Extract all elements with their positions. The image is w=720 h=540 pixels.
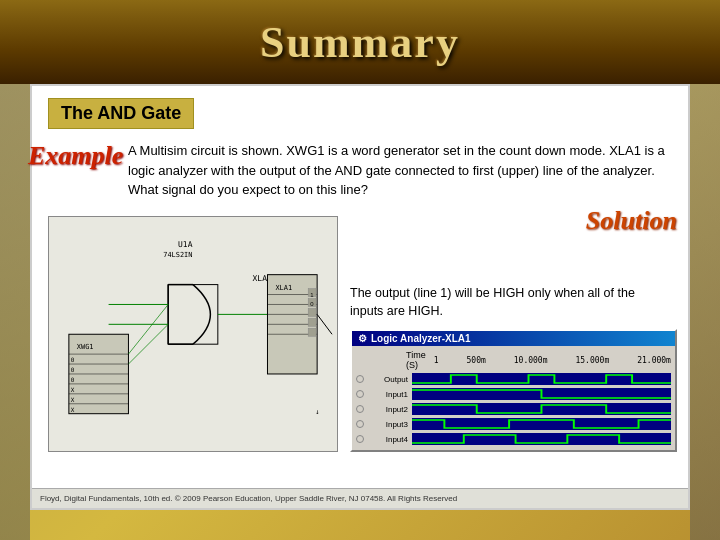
la-waveform-input2	[412, 403, 671, 415]
svg-text:74LS2IN: 74LS2IN	[163, 250, 192, 258]
page-wrapper: Summary The AND Gate Example A Multisim …	[0, 0, 720, 540]
svg-text:X: X	[71, 385, 75, 392]
footer-text: Floyd, Digital Fundamentals, 10th ed. © …	[40, 494, 457, 503]
svg-text:0: 0	[71, 375, 75, 382]
svg-text:X: X	[71, 395, 75, 402]
la-t4: 15.000m	[575, 356, 609, 365]
la-waveform-output	[412, 373, 671, 385]
bottom-section: U1A 74LS2IN XLA1	[48, 216, 672, 453]
la-ch-ctrl-input1	[356, 390, 368, 398]
la-channel-output: Output	[356, 372, 671, 386]
la-waveform-input3	[412, 418, 671, 430]
page-title: Summary	[260, 17, 460, 68]
la-time-values: 1 500m 10.000m 15.000m 21.000m	[434, 356, 671, 365]
svg-text:U1A: U1A	[178, 239, 193, 248]
la-waveform-input4	[412, 433, 671, 445]
la-radio-output[interactable]	[356, 375, 364, 383]
la-ch-label-input1: Input1	[368, 390, 412, 399]
la-ch-label-output: Output	[368, 375, 412, 384]
solution-label: Solution	[586, 206, 677, 236]
la-ch-label-input3: Input3	[368, 420, 412, 429]
svg-text:XLA1: XLA1	[275, 283, 292, 291]
solution-text: The output (line 1) will be HIGH only wh…	[350, 284, 667, 322]
title-bar: Summary	[0, 0, 720, 84]
slide-content: The AND Gate Example A Multisim circuit …	[30, 84, 690, 510]
la-ch-label-input2: Input2	[368, 405, 412, 414]
example-label: Example	[28, 141, 123, 171]
svg-text:X: X	[71, 405, 75, 412]
svg-rect-20	[308, 308, 316, 316]
la-titlebar: ⚙ Logic Analyzer-XLA1	[352, 331, 675, 346]
la-radio-input3[interactable]	[356, 420, 364, 428]
la-channel-input3: Input3	[356, 417, 671, 431]
la-body: Time (S) 1 500m 10.000m 15.000m 21.000m	[352, 346, 675, 450]
logic-analyzer-window[interactable]: ⚙ Logic Analyzer-XLA1 Time (S) 1 500m 10…	[350, 329, 677, 452]
la-t3: 10.000m	[514, 356, 548, 365]
example-text: A Multisim circuit is shown. XWG1 is a w…	[128, 141, 672, 200]
la-ch-ctrl-input3	[356, 420, 368, 428]
la-ch-ctrl-input2	[356, 405, 368, 413]
la-waveform-input1	[412, 388, 671, 400]
la-radio-input2[interactable]	[356, 405, 364, 413]
right-section: Solution The output (line 1) will be HIG…	[350, 216, 677, 453]
la-title: Logic Analyzer-XLA1	[371, 333, 471, 344]
la-t5: 21.000m	[637, 356, 671, 365]
circuit-svg: U1A 74LS2IN XLA1	[49, 217, 337, 452]
la-ch-ctrl-input4	[356, 435, 368, 443]
la-channel-input2: Input2	[356, 402, 671, 416]
la-radio-input4[interactable]	[356, 435, 364, 443]
svg-text:0: 0	[71, 365, 75, 372]
la-channel-input1: Input1	[356, 387, 671, 401]
svg-rect-22	[308, 328, 316, 336]
la-t1: 1	[434, 356, 439, 365]
circuit-diagram: U1A 74LS2IN XLA1	[48, 216, 338, 453]
la-ch-ctrl-output	[356, 375, 368, 383]
la-icon: ⚙	[358, 333, 367, 344]
svg-text:XWG1: XWG1	[77, 343, 94, 351]
la-t2: 500m	[467, 356, 486, 365]
la-time-row: Time (S) 1 500m 10.000m 15.000m 21.000m	[356, 350, 671, 370]
footer: Floyd, Digital Fundamentals, 10th ed. © …	[32, 488, 688, 508]
la-ch-label-input4: Input4	[368, 435, 412, 444]
la-time-label: Time (S)	[406, 350, 426, 370]
svg-rect-21	[308, 318, 316, 326]
svg-text:0: 0	[71, 356, 75, 363]
slide-heading: The AND Gate	[48, 98, 194, 129]
la-channels: Output	[356, 372, 671, 446]
la-channel-input4: Input4	[356, 432, 671, 446]
la-radio-input1[interactable]	[356, 390, 364, 398]
svg-text:↓: ↓	[315, 407, 319, 415]
